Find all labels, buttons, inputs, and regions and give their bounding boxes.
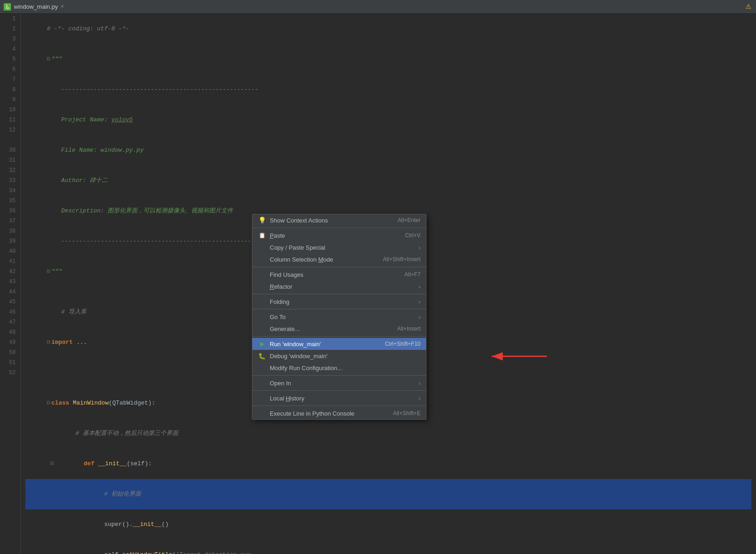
menu-item-folding[interactable]: Folding › <box>252 296 426 308</box>
show-context-actions-label: Show Context Actions <box>270 217 388 224</box>
context-menu: 💡 Show Context Actions Alt+Enter 📋 Paste… <box>252 214 426 420</box>
code-line-3: ----------------------------------------… <box>25 74 751 105</box>
paste-shortcut: Ctrl+V <box>405 232 421 239</box>
folding-label: Folding <box>270 298 415 305</box>
go-to-arrow: › <box>419 314 421 320</box>
debug-icon: 🐛 <box>258 353 266 360</box>
separator-6 <box>252 375 426 376</box>
show-context-actions-shortcut: Alt+Enter <box>398 217 421 223</box>
clipboard-icon: 📋 <box>258 232 266 239</box>
separator-4 <box>252 309 426 309</box>
menu-item-find-usages[interactable]: Find Usages Alt+F7 <box>252 268 426 280</box>
column-selection-label: Column Selection Mode <box>270 256 374 263</box>
menu-item-generate[interactable]: Generate... Alt+Insert <box>252 323 426 335</box>
find-usages-shortcut: Alt+F7 <box>404 271 421 278</box>
file-icon: 🐍 <box>4 3 11 11</box>
code-line-36: super().__init__() <box>25 509 751 540</box>
separator-3 <box>252 294 426 294</box>
refactor-label: Refactor <box>270 283 415 290</box>
column-selection-shortcut: Alt+Shift+Insert <box>383 256 421 263</box>
find-usages-label: Find Usages <box>270 271 395 278</box>
title-bar: 🐍 window_main.py × <box>0 0 756 14</box>
debug-window-main-label: Debug 'window_main' <box>270 353 421 360</box>
warning-badge: ⚠ <box>745 3 751 10</box>
local-history-label: Local History <box>270 395 415 402</box>
execute-line-shortcut: Alt+Shift+E <box>393 410 421 417</box>
copy-paste-special-arrow: › <box>419 244 421 251</box>
run-window-main-label: Run 'window_main' <box>270 341 376 348</box>
code-line-5: File Name: window.py.py <box>25 135 751 166</box>
execute-line-label: Execute Line in Python Console <box>270 410 384 417</box>
menu-item-execute-line[interactable]: Execute Line in Python Console Alt+Shift… <box>252 407 426 419</box>
paste-label: Paste <box>270 232 396 239</box>
folding-arrow: › <box>419 298 421 305</box>
menu-item-show-context-actions[interactable]: 💡 Show Context Actions Alt+Enter <box>252 214 426 226</box>
menu-item-local-history[interactable]: Local History › <box>252 392 426 404</box>
code-line-1: # -*- coding: utf-8 -*- <box>25 14 751 44</box>
code-line-33: # 基本配置不动，然后只动第三个界面 <box>25 418 751 449</box>
code-line-4: Project Name: yolov5 <box>25 105 751 135</box>
copy-paste-special-label: Copy / Paste Special <box>270 244 415 251</box>
code-line-6: Author: 肆十二 <box>25 166 751 196</box>
separator-5 <box>252 336 426 337</box>
red-arrow <box>487 349 547 365</box>
bulb-icon: 💡 <box>258 217 266 224</box>
generate-label: Generate... <box>270 326 388 332</box>
run-window-main-shortcut: Ctrl+Shift+F10 <box>385 341 421 347</box>
separator-7 <box>252 390 426 391</box>
menu-item-go-to[interactable]: Go To › <box>252 311 426 323</box>
separator-1 <box>252 228 426 228</box>
code-line-2: ⊟""" <box>25 44 751 74</box>
open-in-arrow: › <box>419 380 421 387</box>
menu-item-modify-run-config[interactable]: Modify Run Configuration... <box>252 362 426 374</box>
menu-item-refactor[interactable]: Refactor › <box>252 280 426 292</box>
code-line-37: self.setWindowTitle('Target detection sy… <box>25 540 751 554</box>
run-icon: ▶ <box>258 341 266 347</box>
local-history-arrow: › <box>419 395 421 402</box>
filename-label: window_main.py <box>14 3 58 10</box>
menu-item-column-selection[interactable]: Column Selection Mode Alt+Shift+Insert <box>252 253 426 265</box>
code-line-35: # 初始化界面 <box>25 479 751 509</box>
menu-item-paste[interactable]: 📋 Paste Ctrl+V <box>252 229 426 241</box>
line-numbers: 1 2 3 4 5 6 7 8 9 10 11 12 . 30 31 32 33… <box>0 14 21 554</box>
modify-run-config-label: Modify Run Configuration... <box>270 365 421 371</box>
separator-2 <box>252 267 426 267</box>
menu-item-open-in[interactable]: Open In › <box>252 377 426 389</box>
menu-item-debug-window-main[interactable]: 🐛 Debug 'window_main' <box>252 350 426 362</box>
refactor-arrow: › <box>419 283 421 290</box>
generate-shortcut: Alt+Insert <box>397 326 421 332</box>
menu-item-run-window-main[interactable]: ▶ Run 'window_main' Ctrl+Shift+F10 <box>252 338 426 350</box>
open-in-label: Open In <box>270 380 415 387</box>
close-tab-button[interactable]: × <box>61 4 64 10</box>
menu-item-copy-paste-special[interactable]: Copy / Paste Special › <box>252 241 426 253</box>
separator-8 <box>252 406 426 406</box>
code-line-34: ⊟ def __init__(self): <box>25 449 751 479</box>
go-to-label: Go To <box>270 314 415 320</box>
